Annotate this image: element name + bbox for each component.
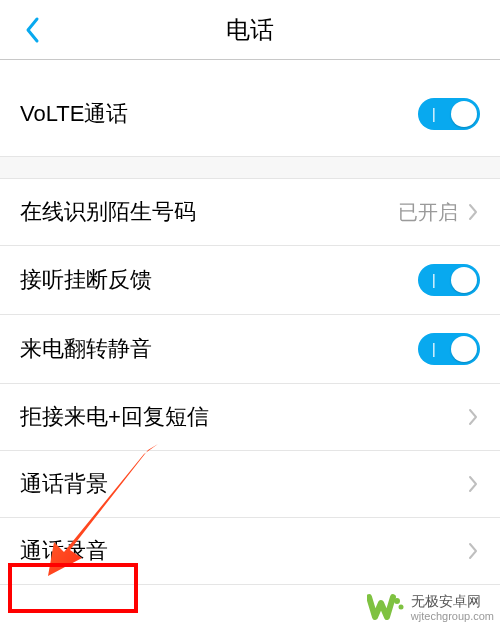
toggle-knob bbox=[451, 336, 477, 362]
watermark-title: 无极安卓网 bbox=[411, 594, 494, 609]
row-right bbox=[468, 474, 480, 494]
row-answer-feedback[interactable]: 接听挂断反馈 | bbox=[0, 246, 500, 315]
chevron-right-icon bbox=[468, 202, 480, 222]
row-right: | bbox=[418, 264, 480, 296]
watermark: 无极安卓网 wjtechgroup.com bbox=[367, 593, 494, 623]
toggle-volte[interactable]: | bbox=[418, 98, 480, 130]
row-label: 通话背景 bbox=[20, 469, 108, 499]
section-gap bbox=[0, 157, 500, 179]
row-label: 接听挂断反馈 bbox=[20, 265, 152, 295]
svg-point-0 bbox=[394, 598, 400, 604]
row-flip-mute[interactable]: 来电翻转静音 | bbox=[0, 315, 500, 384]
watermark-logo-icon bbox=[367, 593, 405, 623]
row-call-record[interactable]: 通话录音 bbox=[0, 518, 500, 585]
toggle-flip-mute[interactable]: | bbox=[418, 333, 480, 365]
row-call-bg[interactable]: 通话背景 bbox=[0, 451, 500, 518]
chevron-right-icon bbox=[468, 407, 480, 427]
toggle-on-mark: | bbox=[432, 341, 436, 357]
watermark-text: 无极安卓网 wjtechgroup.com bbox=[411, 594, 494, 621]
row-label: 通话录音 bbox=[20, 536, 108, 566]
row-right: | bbox=[418, 333, 480, 365]
row-label: 在线识别陌生号码 bbox=[20, 197, 196, 227]
row-caller-id[interactable]: 在线识别陌生号码 已开启 bbox=[0, 179, 500, 246]
header: 电话 bbox=[0, 0, 500, 60]
row-label: VoLTE通话 bbox=[20, 99, 128, 129]
back-button[interactable] bbox=[12, 10, 52, 50]
chevron-right-icon bbox=[468, 474, 480, 494]
row-volte[interactable]: VoLTE通话 | bbox=[0, 72, 500, 157]
row-value: 已开启 bbox=[398, 199, 458, 226]
row-right: 已开启 bbox=[398, 199, 480, 226]
row-right bbox=[468, 541, 480, 561]
row-right: | bbox=[418, 98, 480, 130]
row-right bbox=[468, 407, 480, 427]
row-reject-sms[interactable]: 拒接来电+回复短信 bbox=[0, 384, 500, 451]
toggle-answer-feedback[interactable]: | bbox=[418, 264, 480, 296]
toggle-knob bbox=[451, 267, 477, 293]
svg-point-1 bbox=[398, 605, 403, 610]
toggle-on-mark: | bbox=[432, 106, 436, 122]
row-label: 来电翻转静音 bbox=[20, 334, 152, 364]
page-title: 电话 bbox=[0, 14, 500, 46]
row-label: 拒接来电+回复短信 bbox=[20, 402, 209, 432]
spacer bbox=[0, 60, 500, 72]
chevron-right-icon bbox=[468, 541, 480, 561]
settings-list: VoLTE通话 | 在线识别陌生号码 已开启 接听挂断反馈 | 来电翻转静音 bbox=[0, 60, 500, 585]
toggle-on-mark: | bbox=[432, 272, 436, 288]
watermark-url: wjtechgroup.com bbox=[411, 610, 494, 622]
toggle-knob bbox=[451, 101, 477, 127]
back-chevron-icon bbox=[24, 16, 40, 44]
